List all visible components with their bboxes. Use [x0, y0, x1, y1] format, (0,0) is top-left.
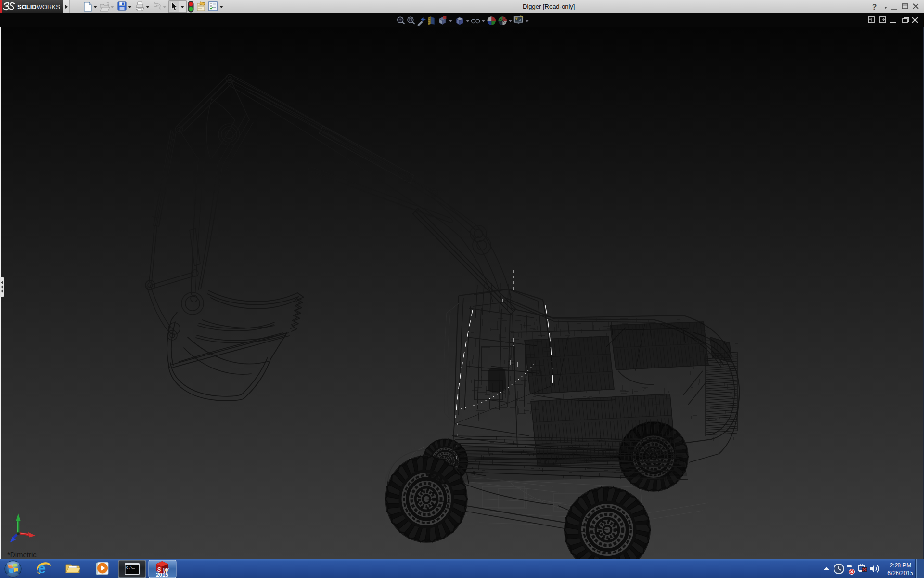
svg-text:?: ? [872, 2, 877, 12]
svg-text:2015: 2015 [156, 572, 168, 578]
svg-text:C:\: C:\ [126, 566, 133, 570]
svg-text:6/26/2015: 6/26/2015 [887, 570, 913, 577]
svg-text:2:28 PM: 2:28 PM [890, 562, 911, 569]
